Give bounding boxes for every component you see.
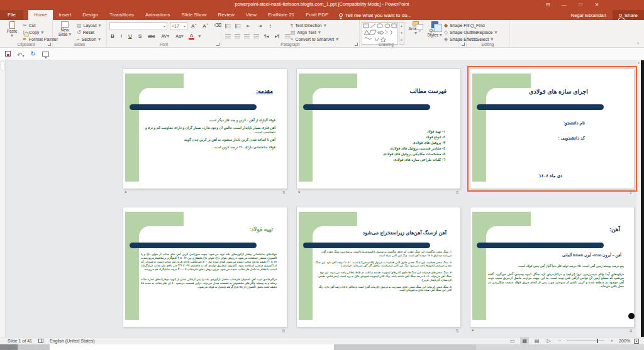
ltr-direction-button[interactable]: ¶◂ xyxy=(263,34,270,39)
grow-font-button[interactable]: A▲ xyxy=(190,23,198,29)
cut-button[interactable]: ✂ Cut xyxy=(23,22,36,29)
change-case-button[interactable]: Aa▾ xyxy=(174,33,185,39)
zoom-slider[interactable] xyxy=(567,341,604,341)
slide-thumbnail-6[interactable]: تهیه فولاد: فولادهای ساختمانی بیشتر ازکو… xyxy=(123,207,287,327)
replace-button[interactable]: ⇄ Replace ▾ xyxy=(470,29,497,36)
shrink-font-button[interactable]: A▼ xyxy=(201,23,209,29)
tab-design[interactable]: Design xyxy=(77,10,104,20)
font-color-button[interactable]: A xyxy=(189,33,194,40)
paragraph-dialog-launcher[interactable] xyxy=(355,43,358,46)
increase-indent-button[interactable]: ⇥ xyxy=(257,23,264,29)
tab-foxit-pdf[interactable]: Foxit PDF xyxy=(300,10,334,20)
text-shadow-button[interactable]: S xyxy=(137,33,143,39)
normal-view-button[interactable]: ▭ xyxy=(508,337,517,344)
align-text-button[interactable]: ▤ Align Text▾ xyxy=(291,29,321,36)
arrange-button[interactable]: Arrange ▾ xyxy=(406,21,425,41)
left-scrollbar[interactable] xyxy=(0,60,6,337)
zoom-level[interactable]: 200% xyxy=(619,339,630,343)
columns-button[interactable] xyxy=(285,34,291,38)
ribbon-display-options-icon[interactable]: ⊟ xyxy=(540,0,556,10)
slide-thumbnail-1[interactable]: اجرای سازه های فولادی نام دانشجو: کد دان… xyxy=(470,69,634,189)
undo-button[interactable]: ↶▾ xyxy=(17,48,24,60)
right-scrollbar[interactable]: ▴ xyxy=(636,60,641,337)
share-button[interactable]: Share xyxy=(613,10,644,20)
tab-home[interactable]: Home xyxy=(28,10,53,20)
font-group-label: Font xyxy=(107,42,221,46)
bold-button[interactable]: B xyxy=(109,33,116,39)
collapse-ribbon-button[interactable]: ^ xyxy=(637,41,639,46)
rtl-direction-button[interactable]: ▸¶ xyxy=(274,34,280,39)
zoom-out-button[interactable]: − xyxy=(557,337,564,344)
signed-in-user[interactable]: Negar Eskandari xyxy=(571,13,606,18)
shapes-gallery[interactable] xyxy=(362,22,398,45)
strikethrough-button[interactable]: abc xyxy=(147,34,156,38)
font-color-dropdown[interactable]: ▾ xyxy=(198,33,201,39)
find-button[interactable]: Find xyxy=(470,22,485,29)
zoom-slider-thumb[interactable] xyxy=(597,339,598,343)
layout-button[interactable]: ▤ Layout ▾ xyxy=(77,22,101,29)
font-name-combo[interactable]: ▾ xyxy=(109,22,167,30)
justify-button[interactable] xyxy=(253,34,259,38)
align-left-button[interactable] xyxy=(225,34,231,38)
clipboard-dialog-launcher[interactable] xyxy=(48,43,51,46)
language-status[interactable]: English (United States) xyxy=(50,339,95,343)
redo-button[interactable]: ↻ xyxy=(30,50,35,57)
shapes-gallery-scrollbar[interactable]: ▴ ▾ ≡ xyxy=(399,22,404,45)
slide-counter[interactable]: Slide 1 of 41 xyxy=(8,339,32,343)
taskbar-start-area[interactable] xyxy=(0,344,18,350)
copy-button[interactable]: Copy ▾ xyxy=(23,29,43,36)
shape-fill-button[interactable]: ◆ Shape Fill xyxy=(444,22,469,29)
tab-view[interactable]: View xyxy=(240,10,262,20)
zoom-in-button[interactable]: + xyxy=(608,337,615,344)
paste-button[interactable]: Paste ▾ xyxy=(3,21,21,41)
reading-view-button[interactable]: ▤ xyxy=(533,337,541,344)
quick-styles-button[interactable]: Quick Styles ▾ xyxy=(425,21,444,41)
section-icon: ≡ xyxy=(77,36,80,42)
italic-button[interactable]: I xyxy=(119,33,123,39)
maximize-button[interactable]: □ xyxy=(572,0,589,10)
proofing-status-icon[interactable] xyxy=(38,339,43,343)
line-spacing-button[interactable]: ↕ xyxy=(267,23,272,29)
tell-me-box[interactable]: Tell me what you want to do... xyxy=(334,10,416,20)
slide-thumbnail-3[interactable]: مقدمه: فولاد آلیاژی از آهن ، کربن و چند … xyxy=(123,69,287,189)
align-right-button[interactable] xyxy=(244,34,250,38)
align-center-button[interactable] xyxy=(235,34,240,38)
slide-body: فولاد آلیاژی از آهن ، کربن و چند فلز دیگ… xyxy=(142,118,275,153)
numbering-button[interactable] xyxy=(235,24,241,28)
bullets-button[interactable] xyxy=(225,24,231,28)
tab-review[interactable]: Review xyxy=(213,10,240,20)
tab-slide-show[interactable]: Slide Show xyxy=(176,10,213,20)
tab-file[interactable]: File xyxy=(0,10,23,20)
decrease-indent-button[interactable]: ⇤ xyxy=(245,23,252,29)
save-button[interactable] xyxy=(5,51,11,57)
group-drawing: ▴ ▾ ≡ Arrange ▾ Quick Styles ▾ ◆ Shape F… xyxy=(360,20,467,47)
drawing-dialog-launcher[interactable] xyxy=(462,43,465,46)
slide-show-button[interactable]: ▷ xyxy=(545,337,553,344)
tab-insert[interactable]: Insert xyxy=(53,10,77,20)
new-slide-button[interactable]: New Slide ▾ xyxy=(55,21,74,41)
slide-number: 1 xyxy=(630,190,632,195)
fit-slide-to-window-button[interactable] xyxy=(634,339,639,344)
close-button[interactable]: ✕ xyxy=(589,0,605,10)
font-dialog-launcher[interactable] xyxy=(216,43,219,46)
tab-endnote[interactable]: EndNote 21 xyxy=(262,10,300,20)
tab-transitions[interactable]: Transitions xyxy=(104,10,140,20)
underline-button[interactable]: U xyxy=(127,33,133,39)
slide-thumbnail-4[interactable]: آهن: آهن – آیرون Iron– آیزن Eisen آلمانی… xyxy=(470,207,634,327)
reset-button[interactable]: ↺ Reset xyxy=(77,29,94,36)
start-from-beginning-button[interactable] xyxy=(42,52,49,57)
new-slide-icon xyxy=(61,21,69,28)
slide-sorter-view-button[interactable]: ▦ xyxy=(520,337,529,344)
minimize-button[interactable]: — xyxy=(556,0,572,10)
character-spacing-button[interactable]: AV▾ xyxy=(160,33,170,39)
text-direction-button[interactable]: ¶ Text Direction▾ xyxy=(291,22,326,29)
slide-thumbnail-5[interactable]: آهن ازسنگ آهن‌های زیراستخراج می‌شود ١- س… xyxy=(297,207,460,327)
left-scrollbar-thumb[interactable] xyxy=(1,62,4,70)
slide-thumbnail-2[interactable]: فهرست مطالب ١- تهیه فولاد ٢- انواع فولاد… xyxy=(297,69,460,189)
tab-animations[interactable]: Animations xyxy=(140,10,176,20)
slide-title: مقدمه: xyxy=(148,88,273,94)
taskbar-active-app-button[interactable] xyxy=(50,344,334,350)
paste-icon xyxy=(9,21,15,29)
font-size-combo[interactable]: +17▾ xyxy=(170,22,187,30)
slide-body: پنج درصد پوسته زمین آهن است- ٩٥ درصد تول… xyxy=(488,264,624,292)
